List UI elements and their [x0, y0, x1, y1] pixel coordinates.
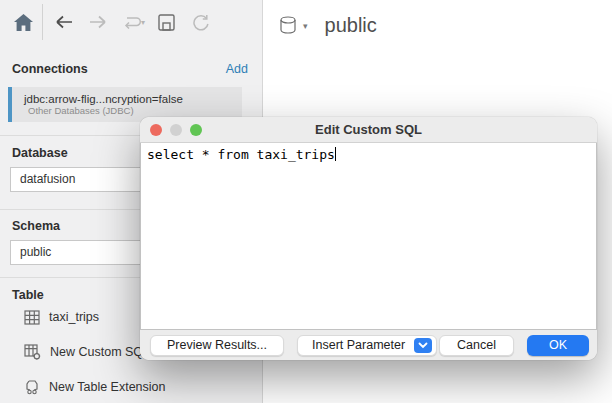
- preview-results-button[interactable]: Preview Results...: [150, 335, 284, 356]
- home-icon[interactable]: [10, 9, 36, 35]
- connection-name: jdbc:arrow-flig...ncryption=false: [24, 93, 242, 105]
- dialog-title: Edit Custom SQL: [315, 122, 422, 137]
- table-grid-icon: [24, 310, 40, 325]
- schema-dropdown-caret[interactable]: ▾: [303, 21, 308, 31]
- connections-label: Connections: [12, 62, 88, 76]
- table-label: Table: [12, 288, 44, 302]
- connections-header: Connections Add: [12, 62, 248, 76]
- dialog-titlebar[interactable]: Edit Custom SQL: [140, 117, 597, 143]
- dialog-footer: Preview Results... Insert Parameter Canc…: [140, 330, 597, 360]
- new-custom-sql-label: New Custom SQL: [50, 345, 150, 359]
- edit-custom-sql-dialog: Edit Custom SQL select * from taxi_trips…: [140, 117, 597, 360]
- database-label: Database: [12, 146, 68, 160]
- forward-arrow-icon[interactable]: [85, 9, 111, 35]
- table-item-label: taxi_trips: [49, 310, 99, 324]
- insert-parameter-label: Insert Parameter: [312, 338, 405, 352]
- traffic-lights: [150, 124, 202, 136]
- insert-parameter-button[interactable]: Insert Parameter: [297, 335, 437, 356]
- text-cursor: [335, 147, 336, 161]
- cancel-button[interactable]: Cancel: [439, 335, 514, 356]
- add-connection-link[interactable]: Add: [226, 62, 248, 76]
- save-icon[interactable]: [153, 9, 179, 35]
- new-table-extension-label: New Table Extension: [49, 380, 166, 394]
- new-table-extension-item[interactable]: New Table Extension: [24, 377, 166, 397]
- schema-label: Schema: [12, 219, 60, 233]
- sql-editor[interactable]: select * from taxi_trips: [140, 143, 597, 330]
- redo-dropdown-caret[interactable]: ▾: [141, 18, 145, 27]
- schema-title: public: [325, 14, 377, 37]
- toolbar-divider: [42, 4, 43, 40]
- refresh-icon[interactable]: [187, 9, 213, 35]
- database-cylinder-icon[interactable]: [278, 15, 298, 36]
- zoom-window-icon[interactable]: [190, 124, 202, 136]
- chevron-down-icon: [414, 338, 432, 353]
- table-extension-icon: [24, 379, 40, 395]
- schema-header: ▾ public: [278, 14, 377, 37]
- new-custom-sql-item[interactable]: New Custom SQL: [24, 342, 150, 362]
- back-arrow-icon[interactable]: [51, 9, 77, 35]
- close-window-icon[interactable]: [150, 124, 162, 136]
- app-window: ▾ Connections Add jdbc:arrow-flig...ncry…: [0, 0, 612, 403]
- ok-button[interactable]: OK: [527, 335, 589, 356]
- table-item-taxi-trips[interactable]: taxi_trips: [24, 307, 99, 327]
- connection-type: Other Databases (JDBC): [28, 105, 242, 116]
- sql-text: select * from taxi_trips: [147, 147, 335, 162]
- toolbar: ▾: [0, 0, 262, 44]
- minimize-window-icon: [170, 124, 182, 136]
- custom-sql-icon: [24, 344, 41, 360]
